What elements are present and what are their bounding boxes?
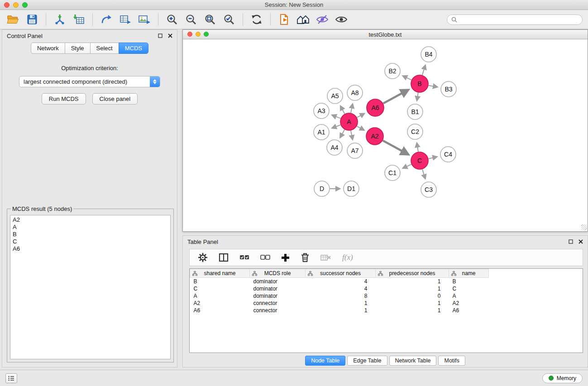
- export-image-button[interactable]: [136, 11, 153, 28]
- column-header-mcds-role[interactable]: MCDS role: [250, 269, 306, 278]
- close-panel-icon[interactable]: [168, 33, 172, 38]
- zoom-in-button[interactable]: [163, 11, 181, 28]
- node-D[interactable]: D: [314, 181, 330, 196]
- edge-A-A1[interactable]: [332, 125, 340, 128]
- table-cell[interactable]: dominator: [250, 292, 306, 300]
- node-A3[interactable]: A3: [314, 103, 329, 119]
- node-A[interactable]: A: [340, 113, 358, 130]
- deselect-all-columns-button[interactable]: [260, 254, 270, 261]
- table-cell[interactable]: A2: [190, 300, 250, 307]
- table-cell[interactable]: 0: [376, 292, 449, 300]
- node-B[interactable]: B: [411, 75, 428, 92]
- graphics-details-button[interactable]: [295, 11, 312, 28]
- function-builder-button[interactable]: f(x): [342, 253, 353, 262]
- mcds-result-list[interactable]: A2ABCA6: [10, 215, 171, 359]
- node-C4[interactable]: C4: [440, 147, 456, 162]
- table-cell[interactable]: A6: [190, 307, 250, 314]
- import-network-button[interactable]: [51, 11, 68, 28]
- float-panel-icon[interactable]: [158, 33, 163, 38]
- table-row[interactable]: Cdominator41C: [190, 285, 583, 292]
- node-A5[interactable]: A5: [327, 88, 343, 104]
- table-cell[interactable]: 1: [306, 300, 376, 307]
- network-canvas[interactable]: B4B2BB3A8A5A6A3B1AA1C2A2A4A7C4CC1C3DD1: [183, 39, 588, 231]
- edge-B-B1[interactable]: [417, 93, 418, 101]
- column-header-successor-nodes[interactable]: successor nodes: [306, 269, 376, 278]
- table-row[interactable]: A2connector11A2: [190, 300, 583, 307]
- memory-button[interactable]: Memory: [542, 373, 583, 383]
- node-C1[interactable]: C1: [385, 165, 400, 181]
- node-A6[interactable]: A6: [367, 99, 384, 116]
- column-header-shared-name[interactable]: shared name: [190, 269, 250, 278]
- table-cell[interactable]: 1: [376, 307, 449, 314]
- task-history-button[interactable]: [5, 373, 17, 383]
- table-cell[interactable]: dominator: [250, 278, 306, 285]
- run-mcds-button[interactable]: Run MCDS: [42, 93, 86, 105]
- mcds-result-item[interactable]: A6: [13, 245, 168, 253]
- table-cell[interactable]: A2: [449, 300, 489, 307]
- node-B2[interactable]: B2: [385, 63, 400, 79]
- delete-columns-button[interactable]: [301, 253, 310, 262]
- network-graph[interactable]: B4B2BB3A8A5A6A3B1AA1C2A2A4A7C4CC1C3DD1: [183, 39, 588, 231]
- edge-B-B4[interactable]: [422, 65, 425, 75]
- float-panel-icon[interactable]: [569, 239, 573, 244]
- tab-select[interactable]: Select: [90, 43, 119, 54]
- table-row[interactable]: Bdominator41B: [190, 278, 583, 285]
- node-B3[interactable]: B3: [441, 81, 456, 97]
- node-A8[interactable]: A8: [347, 85, 363, 100]
- open-session-button[interactable]: [5, 11, 22, 28]
- table-cell[interactable]: A: [449, 292, 489, 300]
- mcds-result-item[interactable]: B: [13, 231, 168, 238]
- edge-A-A4[interactable]: [340, 129, 344, 138]
- tab-edge-table[interactable]: Edge Table: [347, 356, 387, 366]
- save-session-button[interactable]: [24, 11, 41, 28]
- column-header-name[interactable]: name: [449, 269, 489, 278]
- table-cell[interactable]: connector: [250, 300, 306, 307]
- search-input[interactable]: [459, 16, 578, 23]
- show-details-button[interactable]: [333, 11, 350, 28]
- tab-network[interactable]: Network: [31, 43, 65, 54]
- node-B4[interactable]: B4: [421, 47, 436, 62]
- edge-C-C3[interactable]: [422, 169, 425, 179]
- fullscreen-window-button[interactable]: [22, 2, 28, 8]
- node-A2[interactable]: A2: [366, 128, 383, 145]
- table-cell[interactable]: 1: [376, 285, 449, 292]
- zoom-selected-button[interactable]: [220, 11, 238, 28]
- table-cell[interactable]: A6: [449, 307, 489, 314]
- edge-A-A3[interactable]: [332, 115, 340, 119]
- table-settings-button[interactable]: [198, 253, 208, 262]
- node-C2[interactable]: C2: [407, 124, 423, 139]
- edge-A-A2[interactable]: [357, 126, 364, 130]
- edge-A-A7[interactable]: [351, 131, 353, 140]
- search-box[interactable]: [447, 14, 583, 25]
- network-minimize-button[interactable]: [196, 32, 201, 37]
- close-window-button[interactable]: [4, 2, 10, 8]
- tab-style[interactable]: Style: [65, 43, 91, 54]
- table-cell[interactable]: 1: [376, 300, 449, 307]
- tab-node-table[interactable]: Node Table: [305, 356, 345, 366]
- show-columns-button[interactable]: [219, 253, 229, 262]
- network-window-titlebar[interactable]: testGlobe.txt: [183, 30, 588, 39]
- edge-B-B2[interactable]: [403, 76, 411, 80]
- edge-C-C2[interactable]: [417, 143, 418, 152]
- edge-A2-C[interactable]: [383, 141, 409, 155]
- mcds-result-item[interactable]: C: [13, 238, 168, 245]
- zoom-out-button[interactable]: [182, 11, 200, 28]
- import-table-button[interactable]: [70, 11, 87, 28]
- edge-C-C1[interactable]: [403, 164, 411, 168]
- edge-A-A6[interactable]: [357, 114, 365, 118]
- mcds-result-item[interactable]: A: [13, 224, 168, 231]
- node-A7[interactable]: A7: [347, 143, 363, 158]
- reload-network-button[interactable]: [98, 11, 115, 28]
- tab-network-table[interactable]: Network Table: [389, 356, 437, 366]
- tab-motifs[interactable]: Motifs: [438, 356, 465, 366]
- table-cell[interactable]: C: [190, 285, 250, 292]
- node-A1[interactable]: A1: [314, 124, 329, 140]
- table-row[interactable]: A6connector11A6: [190, 307, 583, 314]
- table-cell[interactable]: 1: [306, 307, 376, 314]
- mcds-result-item[interactable]: A2: [13, 216, 168, 224]
- export-table-button[interactable]: [117, 11, 134, 28]
- network-close-button[interactable]: [187, 32, 192, 37]
- edge-A-A8[interactable]: [351, 104, 353, 113]
- resize-grip[interactable]: [581, 224, 587, 230]
- table-cell[interactable]: B: [449, 278, 489, 285]
